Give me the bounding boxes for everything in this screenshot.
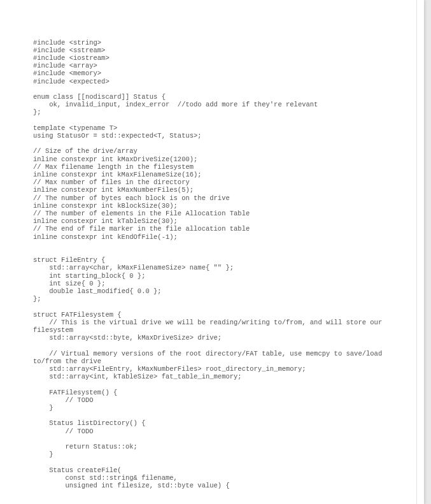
code-block: #include <string> #include <sstream> #in… bbox=[33, 39, 399, 490]
right-margin-line bbox=[416, 0, 417, 504]
document-page: #include <string> #include <sstream> #in… bbox=[0, 0, 424, 504]
